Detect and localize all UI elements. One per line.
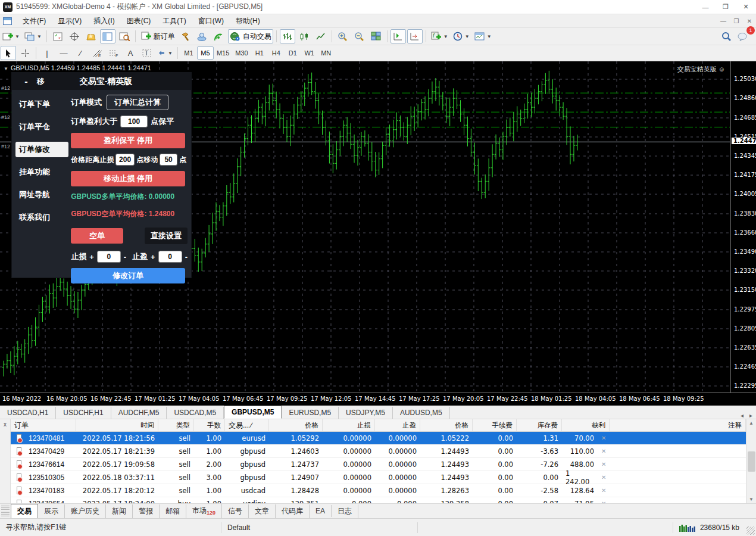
terminal-tab-ea[interactable]: EA bbox=[310, 505, 332, 517]
tile-windows-button[interactable] bbox=[368, 29, 384, 43]
order-summary-button[interactable]: 订单汇总计算 bbox=[107, 95, 168, 110]
chart-close-icon[interactable]: ✕ bbox=[743, 18, 756, 24]
status-profile[interactable]: Default bbox=[221, 522, 418, 533]
arrows-tool[interactable]: ▼ bbox=[156, 46, 174, 60]
chart-minimize-icon[interactable]: — bbox=[717, 18, 730, 24]
tabs-scroll-right-icon[interactable]: ▸ bbox=[749, 412, 752, 419]
search-icon[interactable] bbox=[718, 29, 734, 43]
docked-panel-icons[interactable] bbox=[1, 504, 10, 518]
timeframe-button-m30[interactable]: M30 bbox=[232, 46, 251, 60]
profit-threshold-input[interactable] bbox=[120, 116, 148, 127]
zoom-in-button[interactable] bbox=[335, 29, 351, 43]
breakeven-toggle-button[interactable]: 盈利保平 停用 bbox=[71, 133, 185, 148]
crosshair-target-icon[interactable] bbox=[67, 29, 82, 43]
terminal-tab-账户历史[interactable]: 账户历史 bbox=[65, 504, 106, 518]
periods-button[interactable]: ▼ bbox=[451, 29, 471, 43]
terminal-tab-代码库[interactable]: 代码库 bbox=[276, 504, 310, 518]
strategy-tester-icon[interactable] bbox=[195, 29, 210, 43]
panel-minimize-button[interactable]: - bbox=[20, 76, 32, 87]
menu-item[interactable]: 显示(V) bbox=[52, 14, 88, 28]
panel-menu-item[interactable]: 挂单功能 bbox=[15, 164, 68, 180]
chart-tab-usdcad-h1[interactable]: USDCAD,H1 bbox=[0, 407, 56, 419]
sl-plus[interactable]: + bbox=[89, 253, 94, 261]
resize-grip[interactable] bbox=[746, 526, 755, 535]
favorites-button[interactable] bbox=[83, 29, 99, 43]
trailing-stop-toggle-button[interactable]: 移动止损 停用 bbox=[71, 171, 185, 186]
terminal-close-button[interactable]: x bbox=[0, 419, 11, 503]
sl-input[interactable] bbox=[97, 251, 121, 263]
close-order-icon[interactable]: ✕ bbox=[598, 484, 610, 497]
terminal-tab-市场[interactable]: 市场120 bbox=[186, 504, 222, 518]
auto-scroll-button[interactable] bbox=[407, 29, 423, 43]
bar-chart-type-button[interactable] bbox=[280, 29, 295, 43]
close-order-icon[interactable]: ✕ bbox=[598, 445, 610, 457]
terminal-tab-文章[interactable]: 文章 bbox=[249, 504, 276, 518]
chart-tab-usdjpy-m5[interactable]: USDJPY,M5 bbox=[339, 407, 393, 419]
vertical-line-tool[interactable]: | bbox=[39, 46, 55, 60]
order-row-123476614[interactable]: 1234766142022.05.17 19:09:58sell2.00gbpu… bbox=[11, 458, 746, 471]
chart-tab-audchf-m5[interactable]: AUDCHF,M5 bbox=[111, 407, 167, 419]
tp-input[interactable] bbox=[158, 251, 182, 263]
line-chart-type-button[interactable] bbox=[313, 29, 329, 43]
chart-tab-eurusd-m5[interactable]: EURUSD,M5 bbox=[282, 407, 339, 419]
sl-minus[interactable]: - bbox=[124, 253, 126, 261]
close-button[interactable]: ✕ bbox=[736, 1, 756, 14]
panel-menu-item[interactable]: 订单修改 bbox=[15, 142, 68, 157]
minimize-button[interactable]: — bbox=[695, 1, 716, 14]
chart-tab-usdcad-m5[interactable]: USDCAD,M5 bbox=[167, 407, 224, 419]
terminal-hammer-icon[interactable] bbox=[178, 29, 193, 43]
timeframe-button-m1[interactable]: M1 bbox=[180, 46, 197, 60]
order-row-123470183[interactable]: 1234701832022.05.17 18:20:12sell1.00usdc… bbox=[11, 484, 746, 497]
terminal-tab-新闻[interactable]: 新闻 bbox=[106, 504, 133, 518]
panel-menu-item[interactable]: 订单平仓 bbox=[15, 119, 68, 135]
chart-window-icon[interactable] bbox=[3, 17, 12, 25]
chevron-down-icon[interactable]: ▼ bbox=[4, 66, 8, 71]
notifications-icon[interactable]: 1 bbox=[735, 29, 751, 43]
market-watch-button[interactable] bbox=[100, 29, 115, 43]
candlestick-type-button[interactable] bbox=[296, 29, 312, 43]
new-chart-button[interactable]: ▼ bbox=[1, 29, 21, 43]
chart-shift-button[interactable] bbox=[391, 29, 406, 43]
menu-item[interactable]: 窗口(W) bbox=[192, 14, 230, 28]
trail-distance-input[interactable] bbox=[115, 154, 135, 166]
zoom-out-button[interactable] bbox=[352, 29, 367, 43]
new-order-button[interactable]: 新订单 bbox=[139, 29, 177, 43]
trading-panel-header[interactable]: - 移 交易宝-精英版 bbox=[12, 73, 191, 90]
menu-item[interactable]: 帮助(H) bbox=[230, 14, 266, 28]
symbols-button[interactable] bbox=[50, 29, 65, 43]
panel-menu-item[interactable]: 订单下单 bbox=[15, 96, 68, 112]
chart-tab-audusd-m5[interactable]: AUDUSD,M5 bbox=[393, 407, 450, 419]
trendline-tool[interactable]: ∕ bbox=[73, 46, 88, 60]
timeframe-button-mn[interactable]: MN bbox=[318, 46, 335, 60]
close-order-icon[interactable]: ✕ bbox=[598, 497, 610, 503]
tabs-scroll-left-icon[interactable]: ◂ bbox=[741, 412, 743, 419]
chart-area[interactable]: ▼GBPUSD,M5 1.24459 1.24485 1.24441 1.244… bbox=[0, 61, 756, 406]
sell-orders-button[interactable]: 空单 bbox=[71, 228, 123, 244]
terminal-scrollbar[interactable]: ▲ ▼ bbox=[746, 419, 756, 503]
fibonacci-tool[interactable]: F bbox=[106, 46, 121, 60]
text-tool[interactable]: A bbox=[123, 46, 138, 60]
close-order-icon[interactable]: ✕ bbox=[598, 458, 610, 470]
timeframe-button-h4[interactable]: H4 bbox=[268, 46, 285, 60]
scrollbar-thumb[interactable] bbox=[748, 451, 755, 472]
menu-item[interactable]: 工具(T) bbox=[157, 14, 192, 28]
chart-tab-usdchf-h1[interactable]: USDCHF,H1 bbox=[56, 407, 111, 419]
tp-plus[interactable]: + bbox=[151, 253, 155, 261]
horizontal-line-tool[interactable]: — bbox=[56, 46, 71, 60]
order-row-123470429[interactable]: 1234704292022.05.17 18:21:39sell1.00gbpu… bbox=[11, 445, 746, 458]
auto-trading-button[interactable]: 自动交易 bbox=[228, 29, 273, 43]
data-window-button[interactable] bbox=[117, 29, 132, 43]
templates-button[interactable]: ▼ bbox=[473, 29, 493, 43]
order-row-123510305[interactable]: 1235103052022.05.18 03:37:11sell3.00gbpu… bbox=[11, 471, 746, 484]
timeframe-button-m5[interactable]: M5 bbox=[197, 46, 214, 60]
order-row-123470481[interactable]: 1234704812022.05.17 18:21:56sell1.00euru… bbox=[11, 432, 746, 445]
profiles-button[interactable]: ▼ bbox=[23, 29, 43, 43]
close-order-icon[interactable]: ✕ bbox=[598, 432, 610, 444]
tp-minus[interactable]: - bbox=[185, 253, 188, 261]
chart-restore-icon[interactable]: ❐ bbox=[730, 18, 743, 24]
crosshair-tool-button[interactable] bbox=[17, 46, 33, 60]
direct-set-button[interactable]: 直接设置 bbox=[145, 228, 188, 244]
menu-item[interactable]: 图表(C) bbox=[121, 14, 157, 28]
timeframe-button-m15[interactable]: M15 bbox=[214, 46, 232, 60]
panel-menu-item[interactable]: 联系我们 bbox=[15, 210, 68, 225]
